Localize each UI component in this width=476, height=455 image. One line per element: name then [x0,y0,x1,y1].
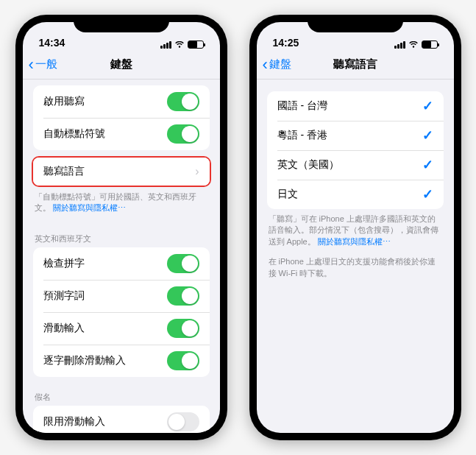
status-time: 14:34 [39,37,65,49]
page-title: 鍵盤 [110,57,132,71]
battery-icon [188,40,204,49]
checkmark-icon: ✓ [422,98,433,114]
nav-bar: ‹ 鍵盤 聽寫語言 [257,50,454,80]
row-label: 限用滑動輸入 [43,415,105,428]
screen-right: 14:25 ‹ 鍵盤 聽寫語言 國語 - 台灣 ✓ [257,22,454,433]
row-delete-slide[interactable]: 逐字刪除滑動輸入 [33,345,210,377]
row-label: 預測字詞 [43,289,85,303]
phone-left: 14:34 ‹ 一般 鍵盤 啟用聽寫 [15,15,227,440]
page-title: 聽寫語言 [333,57,377,71]
toggle-auto-punctuation[interactable] [167,124,199,144]
row-label: 啟用聽寫 [43,95,85,108]
row-label: 檢查拼字 [43,257,85,270]
row-label: 國語 - 台灣 [277,99,327,113]
footer-note-2: 在 iPhone 上處理日文的支援功能會稍後於你連接 Wi-Fi 時下載。 [257,252,454,283]
privacy-link[interactable]: 關於聽寫與隱私權⋯ [53,203,126,212]
row-label: 粵語 - 香港 [277,129,327,142]
footer-note-1: 「聽寫」可在 iPhone 上處理許多國語和英文的語音輸入。部分情況下（包含搜尋… [257,209,454,252]
toggle-check-spelling[interactable] [167,254,199,273]
checkmark-icon: ✓ [422,157,433,173]
lang-row-mandarin[interactable]: 國語 - 台灣 ✓ [267,91,444,121]
wifi-icon [174,41,185,49]
lang-row-cantonese[interactable]: 粵語 - 香港 ✓ [267,121,444,150]
row-check-spelling[interactable]: 檢查拼字 [33,247,210,280]
lang-row-english[interactable]: 英文（美國） ✓ [267,150,444,180]
row-auto-punctuation[interactable]: 自動標點符號 [33,118,210,150]
signal-icon [394,41,405,49]
row-label: 滑動輸入 [43,322,85,335]
back-button[interactable]: ‹ 一般 [29,57,57,73]
lang-row-japanese[interactable]: 日文 ✓ [267,180,444,209]
row-enable-dictation[interactable]: 啟用聽寫 [33,85,210,118]
status-right [160,40,204,49]
phone-right: 14:25 ‹ 鍵盤 聽寫語言 國語 - 台灣 ✓ [249,15,461,440]
signal-icon [160,41,171,49]
highlighted-row: 聽寫語言 › [32,156,211,187]
content-scroll[interactable]: 啟用聽寫 自動標點符號 聽寫語言 › [23,80,220,433]
content-scroll[interactable]: 國語 - 台灣 ✓ 粵語 - 香港 ✓ 英文（美國） ✓ 日文 ✓ [257,80,454,433]
row-label: 逐字刪除滑動輸入 [43,354,126,367]
row-label: 日文 [277,188,298,201]
section-header: 英文和西班牙文 [23,230,220,247]
status-right [394,40,438,49]
screen-left: 14:34 ‹ 一般 鍵盤 啟用聽寫 [23,22,220,433]
back-chevron-icon: ‹ [29,57,34,73]
notch [308,15,403,32]
row-dictation-languages[interactable]: 聽寫語言 › [33,158,210,186]
row-label: 自動標點符號 [43,127,105,141]
back-label: 鍵盤 [269,57,291,71]
notch [74,15,169,32]
checkmark-icon: ✓ [422,127,433,144]
nav-bar: ‹ 一般 鍵盤 [23,50,220,80]
back-button[interactable]: ‹ 鍵盤 [263,57,291,73]
row-label: 聽寫語言 [43,165,85,178]
toggle-predictive[interactable] [167,286,199,306]
footer-note-1: 「自動標點符號」可用於國語、英文和西班牙文。 關於聽寫與隱私權⋯ [23,187,220,219]
toggle-delete-slide[interactable] [167,351,199,370]
back-chevron-icon: ‹ [263,57,268,73]
chevron-right-icon: › [195,165,199,178]
checkmark-icon: ✓ [422,186,433,202]
toggle-slide-type[interactable] [167,319,199,338]
privacy-link[interactable]: 關於聽寫與隱私權⋯ [318,237,391,246]
row-predictive[interactable]: 預測字詞 [33,280,210,312]
section-header: 假名 [23,389,220,406]
battery-icon [422,40,438,49]
back-label: 一般 [35,57,57,71]
row-label: 英文（美國） [277,158,339,172]
wifi-icon [408,41,419,49]
status-time: 14:25 [273,37,299,49]
row-kana-slide-only[interactable]: 限用滑動輸入 [33,406,210,433]
toggle-kana-slide[interactable] [167,412,199,431]
row-slide-type[interactable]: 滑動輸入 [33,312,210,345]
toggle-enable-dictation[interactable] [167,92,199,111]
